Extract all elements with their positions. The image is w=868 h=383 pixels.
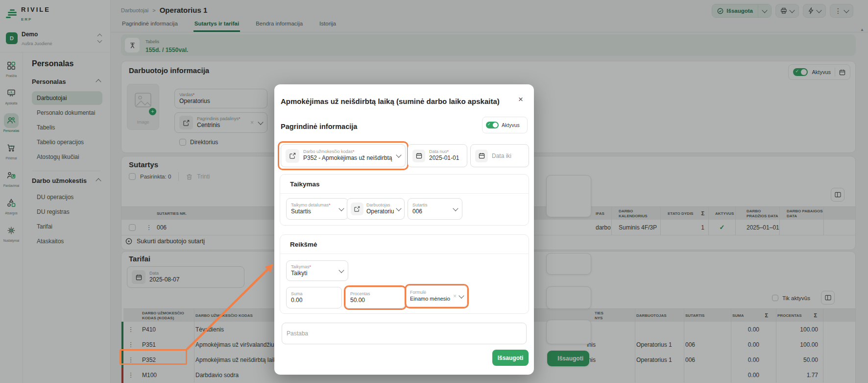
pastaba-placeholder: Pastaba <box>287 330 308 337</box>
calendar-icon[interactable] <box>475 150 488 162</box>
dialog-section-main: Pagrindinė informacija <box>281 123 357 130</box>
suma-field[interactable]: Suma 0.00 <box>286 287 342 308</box>
calendar-icon[interactable] <box>412 150 425 162</box>
darbuotojas-field[interactable]: Darbuotojas Operatorius 1 <box>347 198 405 220</box>
active-toggle[interactable]: ✓ <box>486 122 499 128</box>
dialog-active-toggle-group: ✓ Aktyvus <box>482 117 528 133</box>
data-iki-placeholder: Data iki <box>492 153 511 159</box>
pastaba-field[interactable]: Pastaba <box>282 323 527 344</box>
data-nuo-field[interactable]: Data nuo* 2025-01-01 <box>408 144 467 167</box>
chevron-down-icon[interactable] <box>453 205 458 211</box>
save-button[interactable]: Išsaugoti <box>492 350 529 366</box>
clear-icon[interactable]: × <box>453 293 457 300</box>
external-link-icon[interactable] <box>351 203 363 215</box>
sutartis-field[interactable]: Sutartis 006 <box>408 198 462 220</box>
taikymas-section: Taikymas Taikymo detalumas* Sutartis Dar… <box>280 174 529 226</box>
tarifo-dialog: Apmokėjimas už neišdirbtą laiką (suminė … <box>274 84 534 375</box>
close-icon[interactable]: × <box>518 95 523 103</box>
chevron-down-icon[interactable] <box>396 205 401 211</box>
dialog-title: Apmokėjimas už neišdirbtą laiką (suminė … <box>281 97 516 105</box>
chevron-down-icon[interactable] <box>338 205 344 211</box>
reiksme-section: Reikšmė Taikymas* Taikyti Suma 0.00 Proc… <box>280 234 529 314</box>
data-iki-field[interactable]: Data iki <box>470 144 529 167</box>
taikymas-field[interactable]: Taikymas* Taikyti <box>286 260 348 281</box>
app-screen: RIVILE ERP D Demo Aušra Juodienė <box>0 0 868 383</box>
chevron-down-icon[interactable] <box>338 267 344 273</box>
taikymas-title: Taikymas <box>290 180 320 188</box>
external-link-icon[interactable] <box>286 149 299 163</box>
procentas-field[interactable]: Procentas 50.00 <box>345 287 405 308</box>
chevron-down-icon[interactable] <box>396 152 401 157</box>
formule-field[interactable]: Formulė Einamo mėnesio vidur × <box>406 285 467 307</box>
active-label: Aktyvus <box>502 122 520 128</box>
chevron-down-icon[interactable] <box>458 293 464 298</box>
taikymo-detalumas-field[interactable]: Taikymo detalumas* Sutartis <box>286 198 348 220</box>
darbo-uzmokescio-kodas-field[interactable]: Darbo užmokesčio kodas* P352 - Apmokėjim… <box>281 144 406 167</box>
reiksme-title: Reikšmė <box>290 241 317 248</box>
